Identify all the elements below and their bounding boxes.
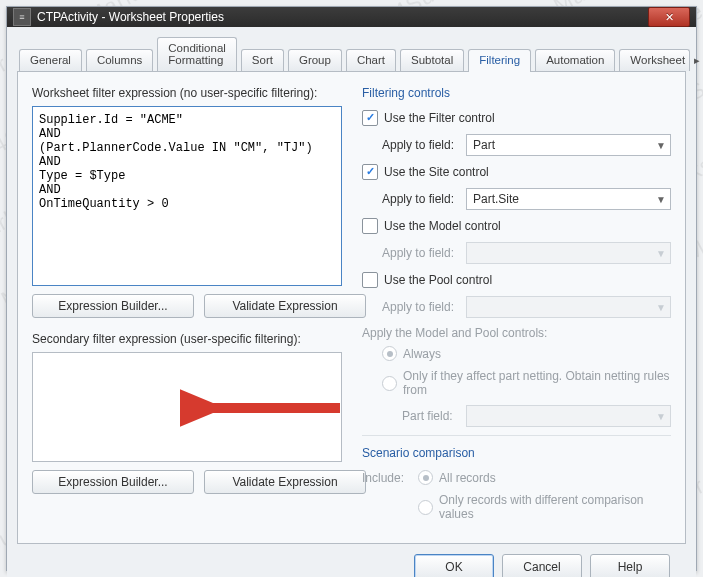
tabs-overflow-icon[interactable]: ▸ (694, 54, 700, 71)
include-all-radio (418, 470, 433, 485)
site-field-select[interactable]: Part.Site ▼ (466, 188, 671, 210)
filtering-controls-heading: Filtering controls (362, 86, 671, 100)
model-field-select: ▼ (466, 242, 671, 264)
use-filter-label: Use the Filter control (384, 111, 495, 125)
use-pool-checkbox[interactable] (362, 272, 378, 288)
chevron-down-icon: ▼ (656, 194, 666, 205)
tab-automation[interactable]: Automation (535, 49, 615, 71)
separator (362, 435, 671, 436)
expression-builder-button-2[interactable]: Expression Builder... (32, 470, 194, 494)
include-label: Include: (362, 471, 412, 485)
window-title: CTPActivity - Worksheet Properties (37, 10, 224, 24)
validate-expression-button[interactable]: Validate Expression (204, 294, 366, 318)
chevron-down-icon: ▼ (656, 302, 666, 313)
tab-group[interactable]: Group (288, 49, 342, 71)
site-field-label: Apply to field: (382, 192, 460, 206)
app-icon: ≡ (13, 8, 31, 26)
include-diff-label: Only records with different comparison v… (439, 493, 671, 521)
cancel-button[interactable]: Cancel (502, 554, 582, 577)
tab-conditional-formatting[interactable]: Conditional Formatting (157, 37, 237, 71)
use-site-checkbox[interactable] (362, 164, 378, 180)
use-pool-label: Use the Pool control (384, 273, 492, 287)
apply-model-pool-label: Apply the Model and Pool controls: (362, 326, 671, 340)
filter-field-label: Apply to field: (382, 138, 460, 152)
filter-field-value: Part (473, 138, 495, 152)
help-button[interactable]: Help (590, 554, 670, 577)
use-model-checkbox[interactable] (362, 218, 378, 234)
close-button[interactable]: ✕ (648, 7, 690, 27)
tab-chart[interactable]: Chart (346, 49, 396, 71)
tab-filtering[interactable]: Filtering (468, 49, 531, 72)
apply-only-if-label: Only if they affect part netting. Obtain… (403, 369, 671, 397)
primary-expression-label: Worksheet filter expression (no user-spe… (32, 86, 342, 100)
apply-always-radio (382, 346, 397, 361)
use-filter-checkbox[interactable] (362, 110, 378, 126)
pool-field-select: ▼ (466, 296, 671, 318)
tab-sort[interactable]: Sort (241, 49, 284, 71)
use-site-label: Use the Site control (384, 165, 489, 179)
chevron-down-icon: ▼ (656, 411, 666, 422)
secondary-expression-label: Secondary filter expression (user-specif… (32, 332, 342, 346)
chevron-down-icon: ▼ (656, 140, 666, 151)
tab-general[interactable]: General (19, 49, 82, 71)
model-field-label: Apply to field: (382, 246, 460, 260)
apply-always-label: Always (403, 347, 441, 361)
part-field-select: ▼ (466, 405, 671, 427)
ok-button[interactable]: OK (414, 554, 494, 577)
tab-worksheet[interactable]: Worksheet (619, 49, 690, 71)
validate-expression-button-2[interactable]: Validate Expression (204, 470, 366, 494)
close-icon: ✕ (665, 11, 674, 24)
tab-bar: General Columns Conditional Formatting S… (17, 37, 686, 72)
chevron-down-icon: ▼ (656, 248, 666, 259)
include-all-label: All records (439, 471, 496, 485)
primary-expression-input[interactable] (32, 106, 342, 286)
expression-builder-button[interactable]: Expression Builder... (32, 294, 194, 318)
include-diff-radio (418, 500, 433, 515)
site-field-value: Part.Site (473, 192, 519, 206)
tab-subtotal[interactable]: Subtotal (400, 49, 464, 71)
filter-field-select[interactable]: Part ▼ (466, 134, 671, 156)
tab-page-filtering: Worksheet filter expression (no user-spe… (17, 72, 686, 544)
part-field-label: Part field: (402, 409, 460, 423)
use-model-label: Use the Model control (384, 219, 501, 233)
scenario-comparison-heading: Scenario comparison (362, 446, 671, 460)
tab-columns[interactable]: Columns (86, 49, 153, 71)
apply-only-if-radio (382, 376, 397, 391)
dialog-window: ≡ CTPActivity - Worksheet Properties ✕ G… (6, 6, 697, 571)
pool-field-label: Apply to field: (382, 300, 460, 314)
title-bar: ≡ CTPActivity - Worksheet Properties ✕ (7, 7, 696, 27)
dialog-footer: OK Cancel Help (17, 544, 686, 577)
secondary-expression-input[interactable] (32, 352, 342, 462)
